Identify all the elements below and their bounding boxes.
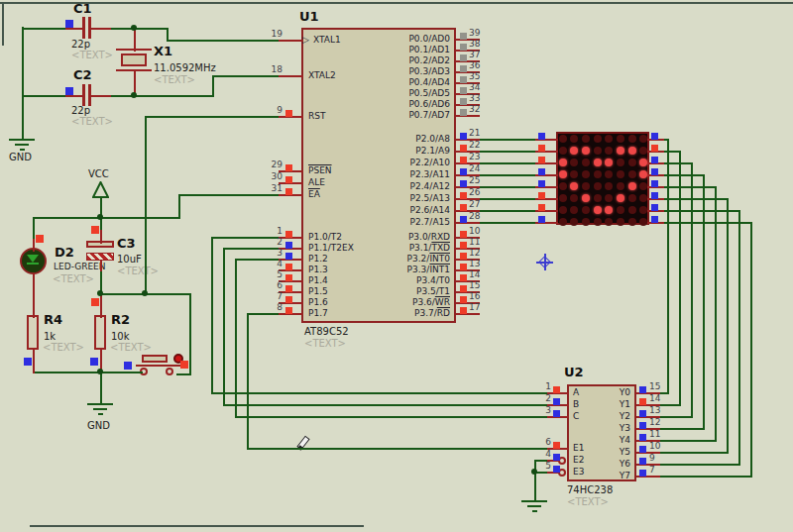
gnd-symbol-u2 — [527, 505, 541, 507]
led-dot-dim — [594, 135, 602, 143]
wire — [189, 293, 191, 375]
reset-button[interactable] — [142, 355, 168, 363]
u2-pin-number-15: 15 — [649, 381, 660, 391]
u1-pin-number-3: 3 — [256, 248, 283, 258]
u1-pin-probe-37 — [460, 54, 467, 61]
led-dot-lit — [594, 159, 602, 166]
u1-text-placeholder: <TEXT> — [304, 338, 346, 349]
c3-value: 10uF — [117, 254, 142, 265]
u2-pin-label-Y3: Y3 — [609, 423, 630, 433]
led-dot-dim — [628, 159, 636, 166]
u1-part: AT89C52 — [304, 326, 349, 337]
gnd-symbol-u2 — [532, 510, 537, 512]
u1-pin-label-P2.5/A13: P2.5/A13 — [363, 193, 450, 203]
u1-pin-probe-34 — [460, 87, 467, 94]
component-lead — [100, 293, 102, 318]
u1-pin-number-13: 13 — [469, 259, 480, 268]
u2-pin-label-E2: E2 — [573, 455, 584, 465]
d2-ref: D2 — [55, 245, 74, 260]
u1-pin-label-XTAL2: XTAL2 — [308, 70, 336, 80]
wire — [691, 162, 693, 418]
u1-pin-number-31: 31 — [256, 183, 283, 193]
wire — [176, 373, 191, 375]
wire — [662, 222, 752, 224]
u2-pin-number-14: 14 — [649, 393, 660, 403]
u1-pin-label-P0.2/AD2: P0.2/AD2 — [363, 55, 450, 65]
component-lead — [65, 28, 85, 30]
u1-pin-probe-4 — [285, 264, 292, 270]
u1-pin-probe-23 — [460, 157, 467, 163]
r2-resistor[interactable] — [94, 315, 106, 350]
wire — [658, 428, 705, 430]
u1-pin-number-5: 5 — [256, 269, 283, 279]
c1-probe — [65, 20, 73, 28]
wire — [33, 217, 180, 219]
button-right-probe — [180, 361, 188, 369]
led-dot-dim — [559, 182, 567, 190]
u2-pin-label-Y6: Y6 — [609, 459, 630, 469]
u2-pin-label-Y7: Y7 — [609, 471, 630, 480]
u1-pin-probe-35 — [460, 76, 467, 83]
u1-pin-label-P1.2: P1.2 — [308, 254, 328, 264]
junction-dot — [142, 290, 148, 296]
u2-pin-number-7: 7 — [649, 465, 655, 475]
u1-pin-number-29: 29 — [256, 160, 283, 169]
u1-pin-label-P2.6/A14: P2.6/A14 — [363, 205, 450, 215]
u1-pin-number-7: 7 — [256, 291, 283, 301]
led-dot-dim — [594, 170, 602, 178]
component-lead — [33, 350, 35, 373]
u2-pin-probe-10 — [639, 446, 646, 453]
u1-pin-label-P0.3/AD3: P0.3/AD3 — [363, 66, 450, 76]
u1-pin-number-21: 21 — [469, 128, 480, 138]
u1-pin-label-RST: RST — [308, 111, 325, 121]
u1-pin-probe-25 — [460, 180, 467, 187]
wire — [235, 416, 549, 418]
junction-dot — [97, 290, 103, 296]
c2-ref: C2 — [73, 67, 92, 82]
u1-pin-probe-1 — [285, 231, 292, 238]
led-dot-dim — [617, 182, 624, 190]
junction-dot — [97, 214, 103, 220]
u1-pin-number-19: 19 — [256, 29, 283, 39]
wire — [223, 248, 225, 406]
x1-crystal[interactable] — [121, 53, 147, 66]
led-dot-lit — [582, 194, 590, 202]
u1-pin-label-P2.4/A12: P2.4/A12 — [363, 181, 450, 191]
wire — [167, 40, 282, 42]
c3-bottom-probe — [91, 298, 99, 306]
u1-pin-label-P0.7/AD7: P0.7/AD7 — [363, 110, 450, 120]
wire — [247, 448, 549, 450]
matrix-row-probe — [538, 180, 545, 187]
u1-pin-probe-36 — [460, 65, 467, 72]
u1-pin-label-ALE: ALE — [308, 177, 325, 187]
r4-resistor[interactable] — [27, 315, 39, 350]
led-dot-dim — [628, 218, 636, 226]
u1-pin-probe-15 — [460, 285, 467, 292]
vcc-label: VCC — [88, 168, 109, 179]
u1-pin-stub — [279, 75, 303, 77]
u1-pin-probe-9 — [285, 110, 292, 117]
u1-pin-probe-24 — [460, 168, 467, 175]
u2-pin-label-Y4: Y4 — [609, 435, 630, 445]
u2-pin-number-1: 1 — [531, 381, 551, 391]
led-dot-dim — [617, 170, 624, 178]
u2-pin-number-12: 12 — [649, 417, 660, 427]
u2-pin-number-10: 10 — [649, 441, 660, 451]
u1-pin-label-P3.3/INT1: P3.3/INT1 — [363, 265, 450, 274]
u1-pin-number-11: 11 — [469, 237, 480, 247]
led-dot-dim — [594, 182, 602, 190]
matrix-col-probe — [651, 180, 658, 187]
u1-pin-probe-5 — [285, 274, 292, 281]
wire — [662, 186, 717, 188]
u1-pin-label-P0.6/AD6: P0.6/AD6 — [363, 99, 450, 109]
schematic-canvas[interactable]: U1 AT89C52 <TEXT> ▷ U2 74HC238 <TEXT> C1… — [0, 0, 793, 532]
wire — [247, 313, 282, 315]
component-lead — [90, 95, 111, 97]
wire — [478, 210, 537, 212]
junction-dot — [131, 25, 137, 31]
u1-pin-label-P3.7/RD: P3.7/RD — [363, 308, 450, 318]
u1-pin-label-EA: EA — [308, 189, 320, 199]
junction-dot — [131, 92, 137, 98]
u1-pin-number-34: 34 — [469, 82, 480, 92]
u2-pin-probe-3 — [553, 410, 560, 417]
